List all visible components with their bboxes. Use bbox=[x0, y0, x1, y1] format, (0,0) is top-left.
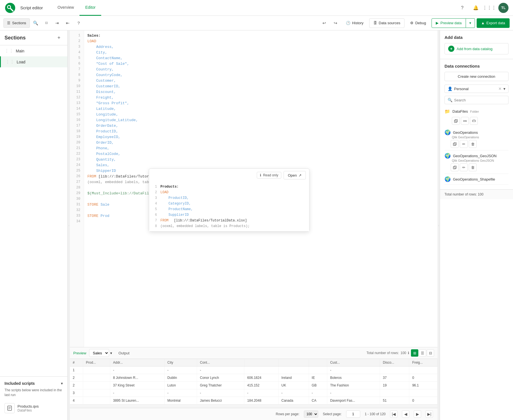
search-icon: 🔍 bbox=[448, 98, 452, 102]
svg-rect-13 bbox=[472, 120, 476, 122]
tab-overview[interactable]: Overview bbox=[52, 0, 79, 16]
app-title: Script editor bbox=[20, 5, 43, 10]
search-bar: 🔍 bbox=[445, 96, 508, 104]
add-data-section: Add data + Add from data catalog bbox=[440, 30, 513, 59]
add-catalog-btn[interactable]: + Add from data catalog bbox=[445, 43, 508, 54]
preview-dropdown-btn[interactable]: ▾ bbox=[466, 18, 475, 28]
folder-copy-btn[interactable] bbox=[452, 117, 460, 125]
nav-tabs: Overview Editor bbox=[52, 0, 101, 16]
folder-actions bbox=[452, 117, 508, 125]
code-line-18: ProductID, bbox=[87, 128, 434, 134]
code-line-9: Customer, bbox=[87, 78, 434, 83]
conn-geoops-header: 🌍 GeoOperations bbox=[445, 129, 508, 135]
col-header-c5[interactable] bbox=[244, 359, 278, 366]
conn-name-1: GeoOperations bbox=[453, 130, 508, 135]
search-icon-btn[interactable]: 🔍 bbox=[31, 18, 41, 28]
conn-delete-btn-2[interactable]: 🗑 bbox=[469, 163, 477, 171]
col-header-cont[interactable]: Cont... bbox=[197, 359, 244, 366]
add-section-btn[interactable]: + bbox=[55, 34, 63, 42]
section-item-main[interactable]: ⋮⋮ Main bbox=[0, 45, 67, 56]
debug-btn[interactable]: ⚙ Debug bbox=[406, 18, 430, 28]
tab-editor[interactable]: Editor bbox=[79, 0, 101, 16]
history-btn[interactable]: 🕐 History bbox=[342, 18, 367, 28]
conn-edit-btn-1[interactable]: ✏ bbox=[460, 140, 468, 148]
rows-per-page-select[interactable]: 100 bbox=[304, 410, 318, 418]
conn-delete-btn-1[interactable]: 🗑 bbox=[469, 140, 477, 148]
col-header-c7[interactable] bbox=[309, 359, 327, 366]
folder-name: DataFiles bbox=[452, 109, 468, 114]
section-item-load[interactable]: ⋮⋮ Load 🗑 bbox=[0, 56, 67, 67]
col-header-addr[interactable]: Addr... bbox=[110, 359, 164, 366]
pagination: Rows per page: 100 Select page: 1 - 100 … bbox=[70, 408, 437, 420]
popup-line-3: 3 ProductID, bbox=[152, 195, 306, 201]
next-page-btn[interactable]: ▶ bbox=[414, 410, 421, 418]
included-header: Included scripts ▾ bbox=[5, 381, 63, 386]
col-header-c6[interactable] bbox=[278, 359, 309, 366]
read-only-badge: ℹ Read only bbox=[257, 172, 281, 179]
code-line-20: OrderID, bbox=[87, 140, 434, 145]
connection-filter: 👤 Personal ✕ ▾ bbox=[445, 85, 508, 93]
popup-line-1: 1 Products: bbox=[152, 184, 306, 190]
grid-btn-list[interactable]: ☰ bbox=[419, 349, 426, 357]
svg-point-11 bbox=[465, 120, 466, 121]
avatar[interactable]: TL bbox=[498, 3, 508, 13]
filter-clear-icon[interactable]: ✕ bbox=[498, 86, 502, 91]
conn-copy-btn-1[interactable] bbox=[451, 140, 459, 148]
outdent-btn[interactable]: ⇤ bbox=[63, 18, 73, 28]
globe-icon-1: 🌍 bbox=[445, 129, 451, 135]
col-header-city[interactable]: City bbox=[164, 359, 197, 366]
col-header-freig[interactable]: Freig... bbox=[409, 359, 437, 366]
add-catalog-label: Add from data catalog bbox=[457, 47, 492, 51]
search-input[interactable] bbox=[454, 98, 505, 102]
total-rows-label: Total number of rows: bbox=[366, 351, 399, 355]
data-sources-btn[interactable]: 🗄 Data sources bbox=[369, 18, 405, 28]
right-resizer[interactable]: · · · bbox=[437, 30, 440, 420]
conn-edit-btn-2[interactable]: ✏ bbox=[460, 163, 468, 171]
help-icon-btn[interactable]: ? bbox=[458, 3, 467, 12]
folder-more-btn[interactable] bbox=[470, 117, 478, 125]
included-chevron-icon[interactable]: ▾ bbox=[61, 381, 63, 386]
conn-item-shapefile: 🌍 GeoOperations_Shapefile bbox=[445, 174, 508, 185]
conn-copy-btn-2[interactable] bbox=[451, 163, 459, 171]
page-range: 1 - 100 of 120 bbox=[365, 412, 386, 416]
prev-page-btn[interactable]: ◀ bbox=[402, 410, 409, 418]
filter-value: Personal bbox=[454, 87, 497, 91]
sections-btn[interactable]: ☰ Sections bbox=[3, 18, 30, 28]
first-page-btn[interactable]: |◀ bbox=[390, 410, 397, 418]
left-resizer[interactable]: · · · bbox=[68, 30, 70, 420]
page-number-input[interactable] bbox=[346, 410, 360, 418]
apps-btn[interactable]: ⋮⋮⋮ bbox=[485, 3, 494, 12]
help-btn[interactable]: ? bbox=[74, 18, 83, 28]
code-line-13: "Gross Profit", bbox=[87, 100, 434, 106]
redo-btn[interactable]: ↪ bbox=[331, 18, 340, 28]
sections-panel-title: Sections bbox=[5, 35, 26, 41]
conn-item-geojson: 🌍 GeoOperations_GeoJSON Qlik GeoOperatio… bbox=[445, 150, 508, 174]
export-data-btn[interactable]: ▲ Export data bbox=[477, 18, 510, 28]
col-header-disc[interactable]: Disco... bbox=[380, 359, 409, 366]
filter-dropdown-icon[interactable]: ▾ bbox=[503, 86, 505, 91]
folder-connect-btn[interactable] bbox=[461, 117, 469, 125]
output-btn[interactable]: Output bbox=[115, 349, 133, 357]
col-header-num: # bbox=[70, 359, 83, 366]
table-row: 4 3895 St Lauren... Montréal James Beluc… bbox=[70, 397, 437, 405]
undo-btn[interactable]: ↩ bbox=[319, 18, 329, 28]
grid-btn-chart[interactable]: ⊟ bbox=[427, 349, 434, 357]
grid-btn-table[interactable]: ⊞ bbox=[411, 349, 418, 357]
toggle-comment-btn[interactable]: ⌑ bbox=[42, 18, 51, 28]
indent-btn[interactable]: ⇥ bbox=[52, 18, 62, 28]
col-header-cust[interactable]: Cust... bbox=[327, 359, 380, 366]
create-connection-btn[interactable]: Create new connection bbox=[445, 72, 508, 81]
datafiles-folder-header[interactable]: 📁 DataFiles Folder bbox=[445, 107, 508, 116]
notifications-btn[interactable]: 🔔 bbox=[471, 3, 480, 12]
preview-data-btn[interactable]: ▶ Preview data bbox=[432, 18, 466, 28]
add-data-title: Add data bbox=[445, 35, 508, 40]
code-line-24: Sales, bbox=[87, 162, 434, 168]
section-name-main: Main bbox=[16, 49, 63, 53]
conn-actions-1: ✏ 🗑 bbox=[451, 140, 508, 148]
last-page-btn[interactable]: ▶| bbox=[426, 410, 433, 418]
col-header-prod[interactable]: Prod... bbox=[83, 359, 110, 366]
open-btn[interactable]: Open ↗ bbox=[284, 171, 306, 179]
code-line-14: Latitude, bbox=[87, 106, 434, 112]
horizontal-scrollbar[interactable] bbox=[70, 405, 437, 408]
table-select[interactable]: Sales bbox=[89, 349, 109, 357]
